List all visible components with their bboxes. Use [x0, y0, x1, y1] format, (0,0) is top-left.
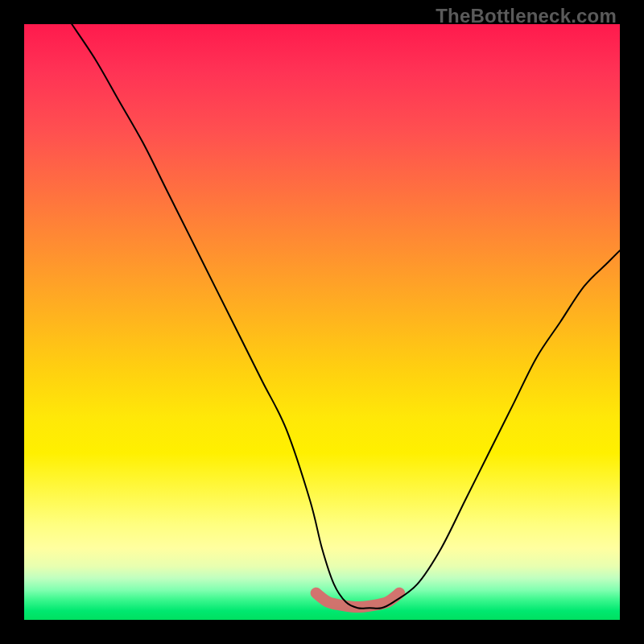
- chart-container: TheBottleneck.com: [0, 0, 644, 644]
- plot-area: [24, 24, 620, 620]
- bottleneck-curve: [72, 24, 620, 609]
- curve-svg: [24, 24, 620, 620]
- optimal-range-marker: [316, 593, 400, 607]
